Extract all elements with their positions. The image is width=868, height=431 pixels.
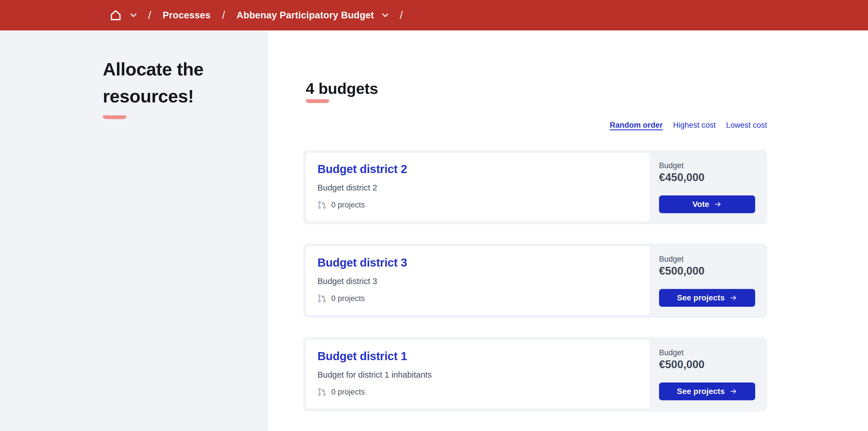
budget-amount: €500,000 — [659, 358, 755, 371]
budget-label: Budget — [659, 348, 755, 357]
budget-card-body: Budget district 3 Budget district 3 0 pr… — [306, 246, 650, 315]
title-accent-bar — [103, 115, 126, 119]
budget-amount: €500,000 — [659, 264, 755, 277]
breadcrumb-item-process[interactable]: Abbenay Participatory Budget — [237, 10, 374, 21]
projects-count: 0 projects — [317, 200, 639, 210]
budget-title-link[interactable]: Budget district 3 — [317, 256, 407, 270]
breadcrumb: / Processes / Abbenay Participatory Budg… — [109, 9, 407, 22]
budgets-count-heading: 4 budgets — [306, 80, 767, 97]
budget-title-link[interactable]: Budget district 1 — [317, 349, 407, 363]
budget-card: Budget district 2 Budget district 2 0 pr… — [303, 150, 767, 224]
heading-accent-bar — [306, 99, 329, 103]
vote-button[interactable]: Vote — [659, 195, 755, 213]
breadcrumb-item-processes[interactable]: Processes — [163, 10, 211, 21]
budget-card: Budget district 3 Budget district 3 0 pr… — [303, 244, 767, 317]
main-content: 4 budgets Random order Highest cost Lowe… — [268, 30, 868, 431]
projects-count-label: 0 projects — [331, 388, 365, 397]
breadcrumb-separator: / — [218, 9, 229, 22]
budget-card-aside: Budget €450,000 Vote — [650, 153, 764, 221]
budget-card: Budget district 1 Budget for district 1 … — [303, 337, 767, 411]
projects-icon — [317, 200, 327, 210]
budget-card-body: Budget district 1 Budget for district 1 … — [306, 340, 650, 408]
budget-card-list: Budget district 2 Budget district 2 0 pr… — [303, 150, 767, 411]
budget-label: Budget — [659, 161, 755, 170]
see-projects-button-label: See projects — [677, 387, 725, 396]
projects-count-label: 0 projects — [331, 294, 365, 303]
projects-icon — [317, 294, 327, 303]
projects-count-label: 0 projects — [331, 201, 365, 210]
arrow-right-icon — [730, 294, 737, 302]
arrow-right-icon — [730, 388, 737, 395]
sort-options: Random order Highest cost Lowest cost — [303, 121, 767, 130]
projects-count: 0 projects — [317, 387, 639, 397]
sidebar: Allocate the resources! — [0, 30, 268, 431]
budget-card-aside: Budget €500,000 See projects — [650, 246, 764, 315]
top-navbar: / Processes / Abbenay Participatory Budg… — [0, 0, 868, 30]
see-projects-button[interactable]: See projects — [659, 289, 755, 307]
breadcrumb-separator: / — [396, 9, 407, 22]
budget-card-aside: Budget €500,000 See projects — [650, 340, 764, 408]
budget-amount: €450,000 — [659, 171, 755, 184]
home-icon[interactable] — [109, 9, 122, 22]
budget-card-body: Budget district 2 Budget district 2 0 pr… — [306, 153, 650, 221]
budget-title-link[interactable]: Budget district 2 — [317, 162, 407, 176]
process-dropdown-chevron-icon[interactable] — [382, 13, 389, 17]
sort-random-order-link[interactable]: Random order — [610, 121, 663, 130]
budget-label: Budget — [659, 254, 755, 264]
breadcrumb-separator: / — [144, 9, 155, 22]
budget-description: Budget for district 1 inhabitants — [317, 370, 639, 380]
budget-description: Budget district 2 — [317, 183, 639, 192]
home-dropdown-chevron-icon[interactable] — [130, 13, 136, 17]
arrow-right-icon — [714, 200, 722, 208]
projects-count: 0 projects — [317, 294, 639, 303]
sort-lowest-cost-link[interactable]: Lowest cost — [726, 121, 767, 130]
projects-icon — [317, 387, 327, 397]
see-projects-button[interactable]: See projects — [659, 382, 755, 400]
sort-highest-cost-link[interactable]: Highest cost — [673, 121, 716, 130]
budget-description: Budget district 3 — [317, 276, 639, 286]
vote-button-label: Vote — [692, 200, 709, 209]
page-title: Allocate the resources! — [103, 56, 226, 110]
see-projects-button-label: See projects — [677, 293, 725, 303]
